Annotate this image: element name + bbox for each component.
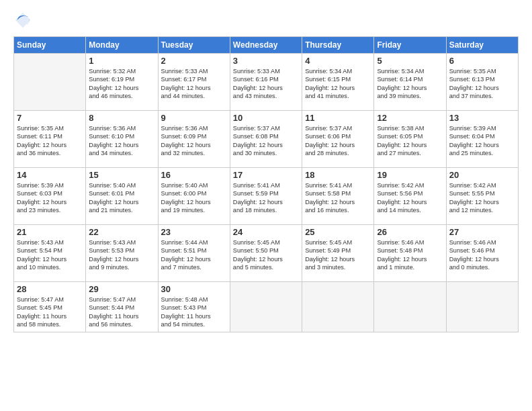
day-number: 17 bbox=[233, 170, 299, 180]
day-number: 18 bbox=[305, 170, 371, 180]
day-header-saturday: Saturday bbox=[446, 37, 518, 54]
calendar-cell: 22Sunrise: 5:43 AM Sunset: 5:53 PM Dayli… bbox=[86, 225, 158, 282]
calendar-cell: 26Sunrise: 5:46 AM Sunset: 5:48 PM Dayli… bbox=[374, 225, 446, 282]
calendar-cell: 9Sunrise: 5:36 AM Sunset: 6:09 PM Daylig… bbox=[158, 111, 230, 168]
day-info: Sunrise: 5:42 AM Sunset: 5:56 PM Dayligh… bbox=[377, 181, 443, 215]
calendar-cell: 28Sunrise: 5:47 AM Sunset: 5:45 PM Dayli… bbox=[14, 282, 86, 332]
day-number: 27 bbox=[449, 227, 515, 237]
day-header-sunday: Sunday bbox=[14, 37, 86, 54]
calendar-cell: 20Sunrise: 5:42 AM Sunset: 5:55 PM Dayli… bbox=[446, 168, 518, 225]
day-number: 23 bbox=[161, 227, 227, 237]
day-header-monday: Monday bbox=[86, 37, 158, 54]
calendar-cell: 7Sunrise: 5:35 AM Sunset: 6:11 PM Daylig… bbox=[14, 111, 86, 168]
calendar-cell bbox=[14, 54, 86, 111]
day-number: 29 bbox=[89, 284, 154, 294]
calendar-cell: 6Sunrise: 5:35 AM Sunset: 6:13 PM Daylig… bbox=[446, 54, 518, 111]
calendar-cell: 30Sunrise: 5:48 AM Sunset: 5:43 PM Dayli… bbox=[158, 282, 230, 332]
day-header-friday: Friday bbox=[374, 37, 446, 54]
day-info: Sunrise: 5:40 AM Sunset: 6:01 PM Dayligh… bbox=[89, 181, 154, 215]
calendar-cell: 25Sunrise: 5:45 AM Sunset: 5:49 PM Dayli… bbox=[302, 225, 374, 282]
logo bbox=[13, 11, 35, 30]
day-number: 4 bbox=[305, 56, 371, 66]
day-info: Sunrise: 5:40 AM Sunset: 6:00 PM Dayligh… bbox=[161, 181, 227, 215]
day-number: 9 bbox=[161, 113, 227, 123]
day-number: 25 bbox=[305, 227, 371, 237]
day-info: Sunrise: 5:37 AM Sunset: 6:06 PM Dayligh… bbox=[305, 124, 371, 158]
day-number: 20 bbox=[449, 170, 515, 180]
day-info: Sunrise: 5:47 AM Sunset: 5:45 PM Dayligh… bbox=[17, 295, 83, 329]
day-number: 21 bbox=[17, 227, 83, 237]
day-info: Sunrise: 5:39 AM Sunset: 6:03 PM Dayligh… bbox=[17, 181, 83, 215]
calendar-table: SundayMondayTuesdayWednesdayThursdayFrid… bbox=[13, 36, 519, 332]
day-info: Sunrise: 5:37 AM Sunset: 6:08 PM Dayligh… bbox=[233, 124, 299, 158]
day-info: Sunrise: 5:34 AM Sunset: 6:15 PM Dayligh… bbox=[305, 67, 371, 101]
calendar-cell: 10Sunrise: 5:37 AM Sunset: 6:08 PM Dayli… bbox=[230, 111, 302, 168]
day-number: 30 bbox=[161, 284, 227, 294]
day-number: 3 bbox=[233, 56, 299, 66]
day-number: 11 bbox=[305, 113, 371, 123]
day-number: 19 bbox=[377, 170, 443, 180]
calendar-cell: 17Sunrise: 5:41 AM Sunset: 5:59 PM Dayli… bbox=[230, 168, 302, 225]
svg-marker-0 bbox=[15, 13, 30, 28]
day-info: Sunrise: 5:34 AM Sunset: 6:14 PM Dayligh… bbox=[377, 67, 443, 101]
logo-icon bbox=[13, 11, 32, 30]
calendar-cell: 16Sunrise: 5:40 AM Sunset: 6:00 PM Dayli… bbox=[158, 168, 230, 225]
calendar-cell: 14Sunrise: 5:39 AM Sunset: 6:03 PM Dayli… bbox=[14, 168, 86, 225]
day-info: Sunrise: 5:32 AM Sunset: 6:19 PM Dayligh… bbox=[89, 67, 154, 101]
day-info: Sunrise: 5:45 AM Sunset: 5:50 PM Dayligh… bbox=[233, 238, 299, 272]
calendar-cell bbox=[302, 282, 374, 332]
day-info: Sunrise: 5:36 AM Sunset: 6:09 PM Dayligh… bbox=[161, 124, 227, 158]
calendar-cell: 11Sunrise: 5:37 AM Sunset: 6:06 PM Dayli… bbox=[302, 111, 374, 168]
day-header-tuesday: Tuesday bbox=[158, 37, 230, 54]
calendar-cell: 29Sunrise: 5:47 AM Sunset: 5:44 PM Dayli… bbox=[86, 282, 158, 332]
calendar-cell bbox=[230, 282, 302, 332]
day-number: 10 bbox=[233, 113, 299, 123]
day-info: Sunrise: 5:39 AM Sunset: 6:04 PM Dayligh… bbox=[449, 124, 515, 158]
day-info: Sunrise: 5:48 AM Sunset: 5:43 PM Dayligh… bbox=[161, 295, 227, 329]
calendar-cell: 12Sunrise: 5:38 AM Sunset: 6:05 PM Dayli… bbox=[374, 111, 446, 168]
day-info: Sunrise: 5:42 AM Sunset: 5:55 PM Dayligh… bbox=[449, 181, 515, 215]
day-number: 22 bbox=[89, 227, 154, 237]
day-number: 13 bbox=[449, 113, 515, 123]
day-info: Sunrise: 5:38 AM Sunset: 6:05 PM Dayligh… bbox=[377, 124, 443, 158]
calendar-cell bbox=[446, 282, 518, 332]
day-info: Sunrise: 5:35 AM Sunset: 6:13 PM Dayligh… bbox=[449, 67, 515, 101]
page-header bbox=[13, 11, 519, 30]
calendar-cell: 4Sunrise: 5:34 AM Sunset: 6:15 PM Daylig… bbox=[302, 54, 374, 111]
calendar-cell bbox=[374, 282, 446, 332]
day-number: 2 bbox=[161, 56, 227, 66]
calendar-cell: 18Sunrise: 5:41 AM Sunset: 5:58 PM Dayli… bbox=[302, 168, 374, 225]
day-info: Sunrise: 5:46 AM Sunset: 5:46 PM Dayligh… bbox=[449, 238, 515, 272]
day-info: Sunrise: 5:46 AM Sunset: 5:48 PM Dayligh… bbox=[377, 238, 443, 272]
day-info: Sunrise: 5:33 AM Sunset: 6:16 PM Dayligh… bbox=[233, 67, 299, 101]
calendar-cell: 27Sunrise: 5:46 AM Sunset: 5:46 PM Dayli… bbox=[446, 225, 518, 282]
day-number: 8 bbox=[89, 113, 154, 123]
calendar-cell: 21Sunrise: 5:43 AM Sunset: 5:54 PM Dayli… bbox=[14, 225, 86, 282]
day-info: Sunrise: 5:41 AM Sunset: 5:58 PM Dayligh… bbox=[305, 181, 371, 215]
calendar-cell: 2Sunrise: 5:33 AM Sunset: 6:17 PM Daylig… bbox=[158, 54, 230, 111]
calendar-cell: 24Sunrise: 5:45 AM Sunset: 5:50 PM Dayli… bbox=[230, 225, 302, 282]
day-info: Sunrise: 5:43 AM Sunset: 5:53 PM Dayligh… bbox=[89, 238, 154, 272]
calendar-cell: 5Sunrise: 5:34 AM Sunset: 6:14 PM Daylig… bbox=[374, 54, 446, 111]
day-info: Sunrise: 5:45 AM Sunset: 5:49 PM Dayligh… bbox=[305, 238, 371, 272]
day-number: 6 bbox=[449, 56, 515, 66]
day-info: Sunrise: 5:35 AM Sunset: 6:11 PM Dayligh… bbox=[17, 124, 83, 158]
calendar-cell: 8Sunrise: 5:36 AM Sunset: 6:10 PM Daylig… bbox=[86, 111, 158, 168]
day-number: 5 bbox=[377, 56, 443, 66]
day-info: Sunrise: 5:33 AM Sunset: 6:17 PM Dayligh… bbox=[161, 67, 227, 101]
day-number: 24 bbox=[233, 227, 299, 237]
day-number: 26 bbox=[377, 227, 443, 237]
calendar-cell: 13Sunrise: 5:39 AM Sunset: 6:04 PM Dayli… bbox=[446, 111, 518, 168]
day-number: 15 bbox=[89, 170, 154, 180]
calendar-cell: 23Sunrise: 5:44 AM Sunset: 5:51 PM Dayli… bbox=[158, 225, 230, 282]
day-number: 28 bbox=[17, 284, 83, 294]
day-number: 14 bbox=[17, 170, 83, 180]
day-info: Sunrise: 5:41 AM Sunset: 5:59 PM Dayligh… bbox=[233, 181, 299, 215]
day-number: 7 bbox=[17, 113, 83, 123]
day-info: Sunrise: 5:47 AM Sunset: 5:44 PM Dayligh… bbox=[89, 295, 154, 329]
day-number: 1 bbox=[89, 56, 154, 66]
day-info: Sunrise: 5:36 AM Sunset: 6:10 PM Dayligh… bbox=[89, 124, 154, 158]
calendar-header-row: SundayMondayTuesdayWednesdayThursdayFrid… bbox=[14, 37, 519, 54]
day-header-thursday: Thursday bbox=[302, 37, 374, 54]
day-number: 16 bbox=[161, 170, 227, 180]
